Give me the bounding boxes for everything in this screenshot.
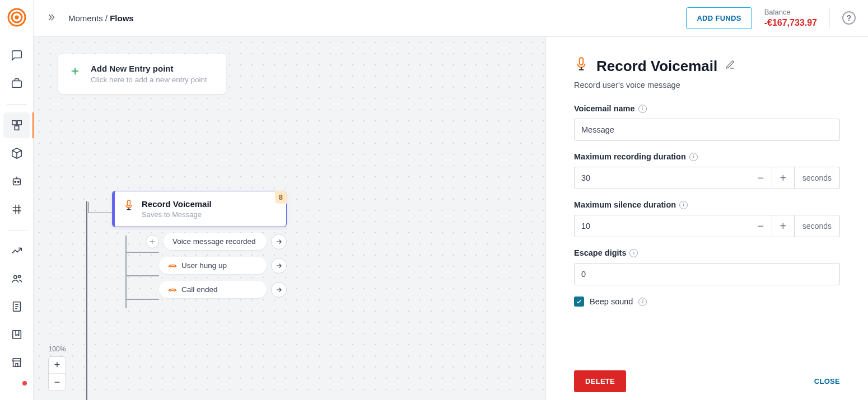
nav-templates[interactable] <box>3 140 30 166</box>
zoom-in-button[interactable]: + <box>49 357 66 374</box>
voicemail-name-label-text: Voicemail name <box>574 104 635 113</box>
branch-call-ended[interactable]: Call ended <box>159 281 267 298</box>
panel-header: Record Voicemail <box>574 56 840 76</box>
add-entry-point-card[interactable]: ＋ Add New Entry point Click here to add … <box>58 54 226 94</box>
nav-catalog[interactable] <box>3 70 30 96</box>
breadcrumb-root: Moments <box>68 13 103 23</box>
escape-digits-label: Escape digits i <box>574 248 840 257</box>
branch-hung-up[interactable]: User hung up <box>159 257 267 274</box>
branch-line-3 <box>125 299 159 300</box>
store-icon <box>11 356 23 369</box>
max-recording-stepper: − + seconds <box>574 167 840 189</box>
node-subtitle: Saves to Message <box>142 210 212 219</box>
document-icon <box>11 300 23 313</box>
panel-title: Record Voicemail <box>596 58 717 75</box>
phone-hangup-icon <box>168 285 177 294</box>
left-sidebar <box>0 0 34 400</box>
info-icon[interactable]: i <box>629 249 638 257</box>
max-silence-label: Maximum silence duration i <box>574 200 840 209</box>
arrow-right-icon <box>275 238 283 246</box>
top-header: Moments / Flows ADD FUNDS Balance -€167,… <box>34 0 868 37</box>
svg-rect-15 <box>580 58 584 65</box>
branch-call-ended-label: Call ended <box>181 285 218 294</box>
branch-row-call-ended: Call ended <box>159 281 287 298</box>
svg-rect-5 <box>17 121 21 125</box>
nav-analytics[interactable] <box>3 238 30 264</box>
header-divider <box>829 8 830 28</box>
zoom-level: 100% <box>49 345 66 353</box>
svg-rect-3 <box>12 81 21 87</box>
breadcrumb[interactable]: Moments / Flows <box>68 13 134 23</box>
connector-line <box>88 202 112 213</box>
info-icon[interactable]: i <box>638 105 647 113</box>
branch-add-button[interactable]: + <box>146 235 159 248</box>
branch-line-1 <box>125 252 159 253</box>
main-area: Moments / Flows ADD FUNDS Balance -€167,… <box>34 0 868 400</box>
beep-sound-label: Beep sound <box>590 297 633 306</box>
node-badge: 8 <box>275 191 287 204</box>
nav-notifications[interactable] <box>3 378 30 400</box>
voicemail-name-input[interactable] <box>574 119 840 141</box>
nav-conversations[interactable] <box>3 43 30 68</box>
flow-canvas[interactable]: ＋ Add New Entry point Click here to add … <box>34 37 545 400</box>
microphone-icon <box>123 199 135 213</box>
edit-title-button[interactable] <box>725 60 735 72</box>
nav-people[interactable] <box>3 266 30 291</box>
brand-logo[interactable] <box>7 8 26 27</box>
bookmark-panel-icon <box>11 328 23 341</box>
decrement-button[interactable]: − <box>750 215 772 237</box>
branch-hung-up-label: User hung up <box>181 261 227 270</box>
nav-docs[interactable] <box>3 294 30 319</box>
nav-tags[interactable] <box>3 196 30 222</box>
close-button[interactable]: CLOSE <box>814 377 840 385</box>
add-funds-button[interactable]: ADD FUNDS <box>686 7 752 29</box>
briefcase-icon <box>11 77 23 90</box>
zoom-out-button[interactable]: − <box>49 374 66 390</box>
branch-recorded[interactable]: Voice message recorded <box>164 233 267 250</box>
nav-library[interactable] <box>3 322 30 347</box>
delete-button[interactable]: DELETE <box>574 370 626 392</box>
decrement-button[interactable]: − <box>750 167 772 189</box>
zoom-controls: 100% + − <box>48 345 66 391</box>
branch-next-button-2[interactable] <box>271 258 287 274</box>
increment-button[interactable]: + <box>772 167 795 189</box>
sidebar-toggle[interactable] <box>46 12 56 25</box>
balance-display: Balance -€167,733.97 <box>764 7 817 29</box>
robot-icon <box>11 175 23 187</box>
entry-subtitle: Click here to add a new entry point <box>91 76 207 84</box>
svg-point-11 <box>18 276 20 278</box>
max-silence-stepper: − + seconds <box>574 215 840 237</box>
nav-bot[interactable] <box>3 168 30 194</box>
increment-button[interactable]: + <box>772 215 795 237</box>
question-icon: ? <box>847 13 852 22</box>
node-title: Record Voicemail <box>142 199 212 209</box>
nav-flows[interactable] <box>3 112 30 138</box>
unit-label: seconds <box>795 167 840 189</box>
flows-icon <box>11 119 23 131</box>
beep-sound-checkbox[interactable] <box>574 297 584 307</box>
info-icon[interactable]: i <box>689 153 698 161</box>
help-button[interactable]: ? <box>842 11 856 25</box>
node-card[interactable]: 8 Record Voicemail Saves to Message <box>112 191 287 227</box>
record-voicemail-node: 8 Record Voicemail Saves to Message <box>112 191 287 305</box>
package-icon <box>11 147 23 159</box>
branch-row-hung-up: User hung up <box>159 257 287 274</box>
properties-panel: Record Voicemail Record user's voice mes… <box>545 37 868 400</box>
max-recording-input[interactable] <box>574 167 750 189</box>
max-silence-input[interactable] <box>574 215 750 237</box>
nav-store[interactable] <box>3 350 30 375</box>
sidebar-separator <box>7 104 27 105</box>
svg-point-2 <box>15 16 18 20</box>
field-escape-digits: Escape digits i <box>574 248 840 285</box>
info-icon[interactable]: i <box>679 201 688 209</box>
connector-line-vertical-bottom <box>86 311 87 400</box>
node-branches: + Voice message recorded <box>125 233 287 298</box>
beep-sound-row: Beep sound i <box>574 297 840 307</box>
svg-point-8 <box>15 181 16 182</box>
max-recording-label: Maximum recording duration i <box>574 152 840 161</box>
branch-next-button-3[interactable] <box>271 282 287 298</box>
info-icon[interactable]: i <box>638 298 647 306</box>
escape-digits-input[interactable] <box>574 263 840 285</box>
branch-next-button[interactable] <box>271 234 287 250</box>
max-recording-label-text: Maximum recording duration <box>574 152 686 161</box>
